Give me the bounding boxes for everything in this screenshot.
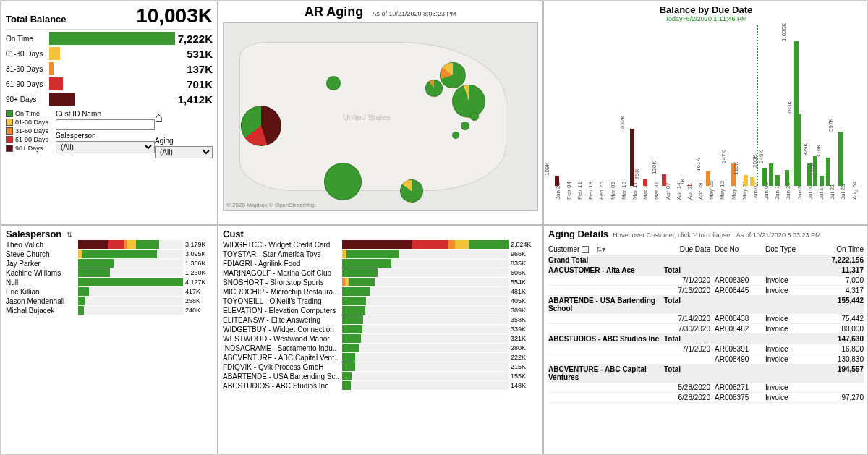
bdd-bar[interactable] bbox=[775, 175, 780, 186]
ad-group-total[interactable]: ABCVENTURE - ABC Capital Ventures Total … bbox=[548, 365, 864, 383]
bdd-bar[interactable]: 597K bbox=[838, 132, 843, 186]
list-item[interactable]: ABARTENDE - USA Bartending Sc.. 155K bbox=[223, 372, 538, 380]
list-item-value: 155K bbox=[511, 373, 538, 380]
bdd-bar[interactable]: 200K bbox=[762, 168, 767, 186]
bdd-bar[interactable]: 130K bbox=[662, 174, 666, 186]
tb-row[interactable]: 90+ Days 1,412K bbox=[6, 93, 213, 106]
list-item[interactable]: ELITEANSW - Elite Answering 358K bbox=[223, 315, 538, 324]
list-item[interactable]: Jay Parker 1,386K bbox=[6, 259, 213, 268]
map-pie[interactable] bbox=[241, 106, 281, 146]
ad-row[interactable]: 7/1/2020AR008391Invoice16,800 bbox=[548, 344, 864, 354]
collapse-all-icon[interactable]: − bbox=[582, 246, 589, 253]
list-item[interactable]: WIDGETBUY - Widget Connection 339K bbox=[223, 325, 538, 333]
tb-row[interactable]: 01-30 Days 531K bbox=[6, 47, 213, 60]
list-item-value: 1,260K bbox=[185, 269, 213, 276]
list-item[interactable]: WIDGETCC - Widget Credit Card 2,824K bbox=[223, 240, 538, 249]
list-item[interactable]: Michal Bujacek 240K bbox=[6, 306, 213, 315]
ad-row[interactable]: AR008490Invoice130,830 bbox=[548, 354, 864, 365]
list-item[interactable]: FDIAGRI - Agrilink Food 835K bbox=[223, 259, 538, 268]
legend-item[interactable]: 31-60 Days bbox=[6, 127, 48, 135]
legend-item[interactable]: 01-30 Days bbox=[6, 119, 48, 126]
bdd-bar[interactable]: 109K bbox=[555, 176, 559, 186]
bdd-bar[interactable]: 118K bbox=[744, 175, 748, 186]
list-item-label: WESTWOOD - Westwood Manor bbox=[223, 335, 342, 343]
aging-filter-label: Aging bbox=[155, 137, 213, 145]
bdd-bar[interactable]: 161K bbox=[706, 171, 710, 186]
bdd-axis-tick: Mar 10 bbox=[621, 182, 627, 200]
bdd-bar[interactable]: 316K bbox=[826, 158, 830, 187]
list-item-value: 606K bbox=[511, 269, 538, 276]
legend-item[interactable]: On Time bbox=[6, 110, 48, 117]
sort-icon[interactable]: ⇅▾ bbox=[596, 245, 605, 253]
map-attribution: © 2020 Mapbox © OpenStreetMap bbox=[226, 202, 315, 208]
list-item-label: TOYSTAR - Star America Toys bbox=[223, 250, 342, 258]
bdd-bar[interactable]: 249K bbox=[769, 163, 773, 186]
list-item-value: 222K bbox=[511, 354, 538, 361]
list-item[interactable]: SNOSHORT - Shortstop Sports 554K bbox=[223, 278, 538, 286]
list-item[interactable]: MICROCHIP - Microchip Restaura.. 481K bbox=[223, 287, 538, 296]
list-item[interactable]: ELEVATION - Elevation Computers 389K bbox=[223, 306, 538, 315]
list-item-label: Kachine Williams bbox=[6, 269, 78, 277]
cust-id-input[interactable] bbox=[56, 119, 155, 130]
tb-row[interactable]: 31-60 Days 137K bbox=[6, 62, 213, 75]
total-balance-title: Total Balance bbox=[6, 14, 67, 25]
list-item[interactable]: Jason Mendenhall 258K bbox=[6, 297, 213, 305]
bdd-bar[interactable]: 112K bbox=[820, 176, 824, 186]
tb-row[interactable]: On Time 7,222K bbox=[6, 32, 213, 45]
map-pie[interactable] bbox=[461, 122, 469, 130]
col-ontime: On Time bbox=[805, 245, 864, 253]
bdd-bar[interactable] bbox=[785, 170, 789, 187]
map-pie[interactable] bbox=[326, 76, 341, 90]
list-item[interactable]: MARINAGOLF - Marina Golf Club 606K bbox=[223, 268, 538, 277]
list-item[interactable]: ABCVENTURE - ABC Capital Vent.. 222K bbox=[223, 353, 538, 362]
list-item[interactable]: TOYSTAR - Star America Toys 966K bbox=[223, 250, 538, 258]
us-map[interactable]: United States © 2020 Mapbox © OpenStreet… bbox=[223, 22, 538, 211]
list-item[interactable]: Steve Church 3,095K bbox=[6, 250, 213, 258]
list-item-value: 148K bbox=[511, 382, 538, 389]
ad-row[interactable]: 5/28/2020AR008271Invoice bbox=[548, 383, 864, 393]
salesperson-filter[interactable]: (All) bbox=[56, 141, 155, 153]
aging-details-body: AACUSTOMER - Alta Ace Total 11,3177/1/20… bbox=[548, 265, 864, 403]
map-pie[interactable] bbox=[440, 62, 466, 88]
ad-group-total[interactable]: ABCSTUDIOS - ABC Studios Inc Total 147,6… bbox=[548, 334, 864, 344]
home-icon[interactable]: ⌂ bbox=[155, 110, 213, 125]
list-item[interactable]: WESTWOOD - Westwood Manor 321K bbox=[223, 334, 538, 343]
bdd-bar[interactable]: 7K bbox=[687, 185, 692, 186]
ad-row[interactable]: 7/30/2020AR008462Invoice80,000 bbox=[548, 324, 864, 334]
col-customer: Customer bbox=[548, 245, 579, 253]
ad-row[interactable]: 7/1/2020AR008390Invoice7,000 bbox=[548, 276, 864, 286]
ad-row[interactable]: 7/16/2020AR008445Invoice4,317 bbox=[548, 286, 864, 296]
map-pie[interactable] bbox=[324, 163, 362, 200]
sort-icon[interactable]: ⇅ bbox=[67, 231, 72, 239]
list-item[interactable]: Kachine Williams 1,260K bbox=[6, 268, 213, 277]
map-pie[interactable] bbox=[452, 132, 459, 139]
bdd-bar[interactable]: 69K bbox=[643, 179, 647, 186]
map-pie[interactable] bbox=[425, 80, 443, 97]
bdd-bar[interactable]: 793K bbox=[797, 114, 801, 186]
list-item[interactable]: FDIQVIK - Qvik Process GmbH 215K bbox=[223, 362, 538, 371]
ad-group-total[interactable]: ABARTENDE - USA Bartending School Total … bbox=[548, 296, 864, 314]
list-item-label: MARINAGOLF - Marina Golf Club bbox=[223, 269, 342, 277]
aging-filter[interactable]: (All) bbox=[155, 146, 213, 158]
legend-item[interactable]: 90+ Days bbox=[6, 145, 48, 152]
map-asof: As of 10/21/2020 8:03:23 PM bbox=[372, 10, 456, 17]
map-pie[interactable] bbox=[400, 179, 423, 203]
list-item[interactable]: Theo Valich 3,179K bbox=[6, 240, 213, 249]
legend-item[interactable]: 61-90 Days bbox=[6, 136, 48, 143]
aging-details-asof: As of 10/21/2020 8:03:23 PM bbox=[736, 231, 821, 239]
map-pie[interactable] bbox=[452, 85, 485, 118]
map-pie[interactable] bbox=[470, 112, 479, 121]
ad-row[interactable]: 7/14/2020AR008438Invoice75,442 bbox=[548, 314, 864, 324]
list-item-label: INDSACRAME - Sacramento Indu.. bbox=[223, 344, 342, 352]
list-item[interactable]: Null 4,127K bbox=[6, 278, 213, 286]
tb-row[interactable]: 61-90 Days 701K bbox=[6, 77, 213, 90]
list-item[interactable]: INDSACRAME - Sacramento Indu.. 280K bbox=[223, 344, 538, 352]
list-item[interactable]: ABCSTUDIOS - ABC Studios Inc 148K bbox=[223, 381, 538, 390]
bdd-bar[interactable] bbox=[750, 177, 754, 187]
list-item[interactable]: Eric Killian 417K bbox=[6, 287, 213, 296]
ad-row[interactable]: 6/28/2020AR008375Invoice97,270 bbox=[548, 393, 864, 403]
bdd-chart[interactable]: Jan 28Feb 04Feb 11Feb 18Feb 25Mar 03Mar … bbox=[548, 25, 864, 206]
list-item[interactable]: TOYONEILL - O'Neill's Trading 405K bbox=[223, 297, 538, 305]
list-item-value: 835K bbox=[511, 260, 538, 267]
ad-group-total[interactable]: AACUSTOMER - Alta Ace Total 11,317 bbox=[548, 265, 864, 276]
